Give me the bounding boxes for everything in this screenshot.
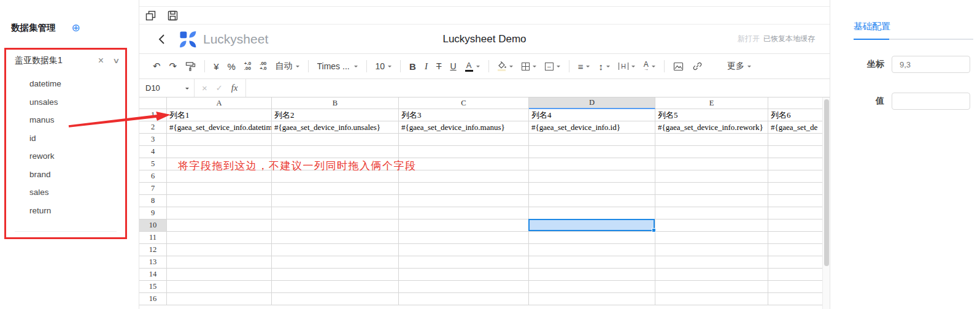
column-header-A[interactable]: A — [167, 97, 272, 109]
fill-color-button[interactable] — [494, 58, 517, 74]
cell-B1[interactable]: 列名2 — [272, 109, 399, 121]
cell-C16[interactable] — [399, 293, 529, 305]
cell-B10[interactable] — [272, 219, 399, 232]
cell-A16[interactable] — [167, 293, 272, 305]
insert-link-button[interactable] — [689, 58, 706, 74]
cell-F1[interactable]: 列名6 — [768, 109, 822, 121]
cell-F4[interactable] — [768, 146, 822, 158]
row-header-3[interactable]: 3 — [139, 134, 167, 146]
row-header-10[interactable]: 10 — [139, 219, 167, 232]
cell-D3[interactable] — [529, 134, 655, 146]
merge-cells-button[interactable]: ↔ — [541, 58, 564, 74]
row-header-16[interactable]: 16 — [139, 293, 167, 305]
text-wrap-dropdown[interactable]: H — [615, 58, 639, 74]
row-header-5[interactable]: 5 — [139, 158, 167, 170]
field-item-return[interactable]: return — [6, 202, 125, 220]
cell-D14[interactable] — [529, 269, 655, 281]
cell-E6[interactable] — [655, 170, 768, 183]
copy-icon[interactable] — [144, 9, 157, 22]
cell-D1[interactable]: 列名4 — [529, 109, 655, 121]
cell-C13[interactable] — [399, 256, 529, 269]
undo-button[interactable]: ↶ — [149, 58, 164, 74]
coordinate-input[interactable] — [892, 56, 970, 73]
scrollbar-thumb[interactable] — [824, 99, 829, 266]
cell-D7[interactable] — [529, 183, 655, 195]
cell-F3[interactable] — [768, 134, 822, 146]
cell-B14[interactable] — [272, 269, 399, 281]
cell-D4[interactable] — [529, 146, 655, 158]
cell-D2[interactable]: #{gaea_set_device_info.id} — [529, 121, 655, 134]
cell-C12[interactable] — [399, 244, 529, 256]
cell-A8[interactable] — [167, 195, 272, 207]
fx-icon[interactable]: fx — [231, 83, 238, 93]
cell-A3[interactable] — [167, 134, 272, 146]
cell-A12[interactable] — [167, 244, 272, 256]
close-icon[interactable]: × — [98, 56, 104, 65]
cell-F2[interactable]: #{gaea_set_de — [768, 121, 822, 134]
cell-F12[interactable] — [768, 244, 822, 256]
border-button[interactable] — [518, 58, 540, 74]
cell-E14[interactable] — [655, 269, 768, 281]
cell-E7[interactable] — [655, 183, 768, 195]
underline-button[interactable]: U — [447, 58, 460, 74]
corner-select-all[interactable] — [139, 97, 167, 109]
horizontal-align-dropdown[interactable]: ≡ — [574, 58, 594, 74]
formula-cancel-icon[interactable]: × — [202, 83, 207, 93]
cell-F6[interactable] — [768, 170, 822, 183]
column-header-C[interactable]: C — [399, 97, 529, 109]
cell-B16[interactable] — [272, 293, 399, 305]
cell-F13[interactable] — [768, 256, 822, 269]
cell-E8[interactable] — [655, 195, 768, 207]
cell-A4[interactable] — [167, 146, 272, 158]
insert-image-button[interactable] — [669, 58, 687, 74]
font-color-button[interactable]: A — [461, 58, 484, 74]
row-header-6[interactable]: 6 — [139, 170, 167, 183]
percent-button[interactable]: % — [224, 58, 239, 74]
row-header-7[interactable]: 7 — [139, 183, 167, 195]
row-header-4[interactable]: 4 — [139, 146, 167, 158]
row-header-12[interactable]: 12 — [139, 244, 167, 256]
row-header-2[interactable]: 2 — [139, 121, 167, 134]
cell-B4[interactable] — [272, 146, 399, 158]
cell-C10[interactable] — [399, 219, 529, 232]
cell-D9[interactable] — [529, 207, 655, 219]
column-header-E[interactable]: E — [655, 97, 768, 109]
more-dropdown[interactable]: 更多 — [723, 58, 755, 74]
reopen-link[interactable]: 新打开 — [738, 34, 760, 44]
cell-D16[interactable] — [529, 293, 655, 305]
number-format-dropdown[interactable]: 自动 — [272, 58, 303, 74]
cell-B15[interactable] — [272, 281, 399, 293]
cell-C2[interactable]: #{gaea_set_device_info.manus} — [399, 121, 529, 134]
cell-E11[interactable] — [655, 232, 768, 244]
cell-A15[interactable] — [167, 281, 272, 293]
cell-B3[interactable] — [272, 134, 399, 146]
text-rotate-dropdown[interactable]: A→ — [640, 58, 659, 74]
cell-E12[interactable] — [655, 244, 768, 256]
cell-C4[interactable] — [399, 146, 529, 158]
cell-F8[interactable] — [768, 195, 822, 207]
cell-F14[interactable] — [768, 269, 822, 281]
cell-E3[interactable] — [655, 134, 768, 146]
cell-E9[interactable] — [655, 207, 768, 219]
decrease-decimal-button[interactable]: +.0.00 — [241, 58, 255, 74]
field-item-sales[interactable]: sales — [6, 183, 125, 202]
cell-A11[interactable] — [167, 232, 272, 244]
cell-E5[interactable] — [655, 158, 768, 170]
value-input[interactable] — [892, 93, 970, 110]
cell-C3[interactable] — [399, 134, 529, 146]
font-size-dropdown[interactable]: 10 — [372, 58, 396, 74]
cell-C11[interactable] — [399, 232, 529, 244]
field-item-brand[interactable]: brand — [6, 166, 125, 184]
cell-C5[interactable] — [399, 158, 529, 170]
italic-button[interactable]: I — [421, 58, 431, 74]
cell-D11[interactable] — [529, 232, 655, 244]
cell-B11[interactable] — [272, 232, 399, 244]
cell-F11[interactable] — [768, 232, 822, 244]
cell-B7[interactable] — [272, 183, 399, 195]
cell-D8[interactable] — [529, 195, 655, 207]
row-header-1[interactable]: 1 — [139, 109, 167, 121]
cell-E1[interactable]: 列名5 — [655, 109, 768, 121]
cell-A1[interactable]: 列名1 — [167, 109, 272, 121]
cell-F15[interactable] — [768, 281, 822, 293]
cell-C8[interactable] — [399, 195, 529, 207]
